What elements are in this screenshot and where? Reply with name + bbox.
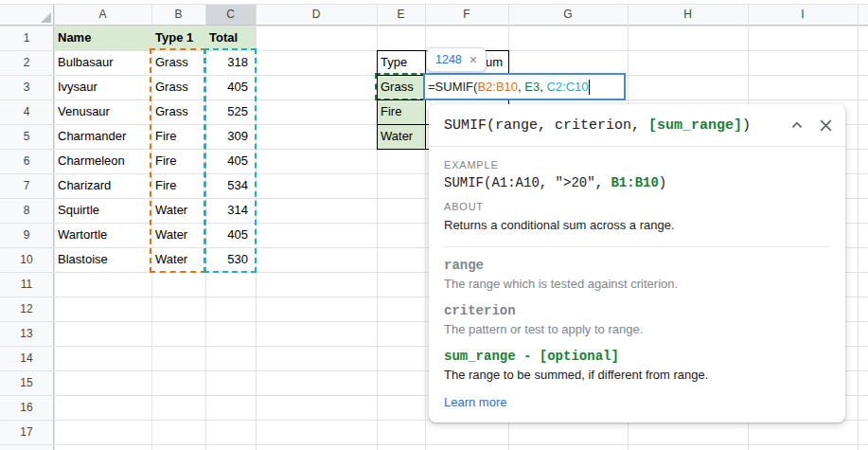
formula-range-arg: B2:B10	[477, 80, 518, 94]
learn-more-link[interactable]: Learn more	[444, 395, 506, 409]
signature-prefix: SUMIF(range, criterion,	[444, 117, 648, 134]
cell-B8[interactable]: Water	[151, 198, 205, 223]
column-header-E[interactable]: E	[377, 4, 425, 26]
example-label: EXAMPLE	[444, 159, 830, 171]
gridline	[858, 4, 859, 450]
param-criterion: criterion The pattern or test to apply t…	[444, 303, 830, 338]
column-header-I[interactable]: I	[748, 4, 858, 26]
cell-B2[interactable]: Grass	[151, 50, 205, 75]
param-name: range	[444, 258, 830, 273]
row-header-1[interactable]: 1	[0, 26, 54, 50]
example-code-prefix: SUMIF(A1:A10, ">20",	[444, 175, 611, 190]
row-header-5[interactable]: 5	[0, 124, 54, 149]
signature-suffix: )	[742, 117, 751, 134]
row-header-13[interactable]: 13	[0, 321, 54, 346]
row-header-7[interactable]: 7	[0, 173, 54, 198]
example-code: SUMIF(A1:A10, ">20", B1:B10)	[444, 175, 830, 190]
column-header-H[interactable]: H	[628, 4, 748, 26]
row-header-2[interactable]: 2	[0, 50, 54, 75]
row-header-10[interactable]: 10	[0, 247, 54, 272]
help-popup-header: SUMIF(range, criterion, [sum_range])	[429, 104, 845, 147]
row-header-partial[interactable]	[0, 444, 54, 450]
cell-C4[interactable]: 525	[205, 99, 256, 124]
gridline	[256, 4, 257, 450]
about-label: ABOUT	[444, 201, 830, 212]
formula-edit-cell[interactable]: =SUMIF(B2:B10, E3, C2:C10	[423, 73, 626, 100]
close-icon[interactable]	[815, 115, 836, 135]
function-signature: SUMIF(range, criterion, [sum_range])	[444, 117, 751, 134]
google-sheets-spreadsheet: =SUMIF(B2:B10, E3, C2:C10 1248 × SUMIF(r…	[0, 0, 868, 450]
cell-C7[interactable]: 534	[205, 173, 256, 198]
select-all-triangle-icon	[41, 12, 51, 23]
row-header-12[interactable]: 12	[0, 297, 54, 321]
param-description: The range which is tested against criter…	[444, 276, 830, 293]
cell-C6[interactable]: 405	[205, 149, 256, 173]
collapse-icon[interactable]	[787, 115, 807, 135]
gridline	[0, 444, 868, 445]
formula-criterion-arg: E3	[524, 80, 540, 94]
column-header-C[interactable]: C	[205, 4, 256, 26]
cell-A6[interactable]: Charmeleon	[54, 149, 151, 173]
cell-B4[interactable]: Grass	[151, 99, 205, 124]
example-code-highlight: B1:B10	[611, 175, 658, 190]
cell-C8[interactable]: 314	[205, 198, 256, 223]
row-header-9[interactable]: 9	[0, 223, 54, 247]
param-description: The range to be summed, if different fro…	[444, 367, 830, 384]
divider	[444, 246, 830, 247]
cell-A10[interactable]: Blastoise	[54, 247, 151, 272]
param-sum-range: sum_range - [optional] The range to be s…	[444, 349, 830, 384]
column-header-G[interactable]: G	[508, 4, 628, 26]
row-header-11[interactable]: 11	[0, 272, 54, 297]
cell-C2[interactable]: 318	[205, 50, 256, 75]
row-header-17[interactable]: 17	[0, 420, 54, 444]
param-name: sum_range - [optional]	[444, 349, 830, 364]
function-help-popup: SUMIF(range, criterion, [sum_range]) EXA…	[429, 104, 845, 423]
cell-A1[interactable]: Name	[54, 26, 151, 50]
column-header-D[interactable]: D	[256, 4, 377, 26]
column-header-F[interactable]: F	[425, 4, 508, 26]
column-header-B[interactable]: B	[151, 4, 205, 26]
cell-E3[interactable]: Grass	[377, 75, 425, 99]
cell-B5[interactable]: Fire	[151, 124, 205, 149]
cell-A4[interactable]: Venusaur	[54, 99, 151, 124]
dismiss-preview-icon[interactable]: ×	[469, 53, 477, 66]
spreadsheet-grid: =SUMIF(B2:B10, E3, C2:C10 1248 × SUMIF(r…	[0, 0, 868, 450]
cell-B3[interactable]: Grass	[151, 75, 205, 99]
cell-A2[interactable]: Bulbasaur	[54, 50, 151, 75]
formula-separator: ,	[518, 80, 524, 94]
cell-E5[interactable]: Water	[377, 124, 425, 149]
cell-C3[interactable]: 405	[205, 75, 256, 99]
cell-A5[interactable]: Charmander	[54, 124, 151, 149]
cell-E4[interactable]: Fire	[377, 99, 425, 124]
example-code-suffix: )	[659, 175, 666, 190]
row-header-14[interactable]: 14	[0, 346, 54, 370]
signature-optional-param: [sum_range]	[648, 117, 742, 134]
row-header-16[interactable]: 16	[0, 395, 54, 420]
formula-result-preview: 1248 ×	[426, 47, 487, 72]
help-popup-body: EXAMPLE SUMIF(A1:A10, ">20", B1:B10) ABO…	[429, 147, 845, 423]
cell-C9[interactable]: 405	[205, 223, 256, 247]
cell-B1[interactable]: Type 1	[151, 26, 205, 50]
column-header-A[interactable]: A	[54, 4, 151, 26]
cell-B7[interactable]: Fire	[151, 173, 205, 198]
cell-B9[interactable]: Water	[151, 223, 205, 247]
cell-E2[interactable]: Type	[377, 50, 425, 75]
row-header-8[interactable]: 8	[0, 198, 54, 223]
cell-C10[interactable]: 530	[205, 247, 256, 272]
column-header-partial[interactable]	[858, 4, 868, 26]
row-header-4[interactable]: 4	[0, 99, 54, 124]
param-description: The pattern or test to apply to range.	[444, 321, 830, 338]
row-header-15[interactable]: 15	[0, 370, 54, 395]
row-header-6[interactable]: 6	[0, 149, 54, 173]
cell-B6[interactable]: Fire	[151, 149, 205, 173]
cell-A7[interactable]: Charizard	[54, 173, 151, 198]
cell-A8[interactable]: Squirtle	[54, 198, 151, 223]
cell-B10[interactable]: Water	[151, 247, 205, 272]
cell-A9[interactable]: Wartortle	[54, 223, 151, 247]
cell-C5[interactable]: 309	[205, 124, 256, 149]
select-all-button[interactable]	[0, 4, 54, 26]
cell-C1[interactable]: Total	[205, 26, 256, 50]
cell-A3[interactable]: Ivysaur	[54, 75, 151, 99]
formula-function-prefix: =SUMIF(	[428, 80, 477, 94]
row-header-3[interactable]: 3	[0, 75, 54, 99]
